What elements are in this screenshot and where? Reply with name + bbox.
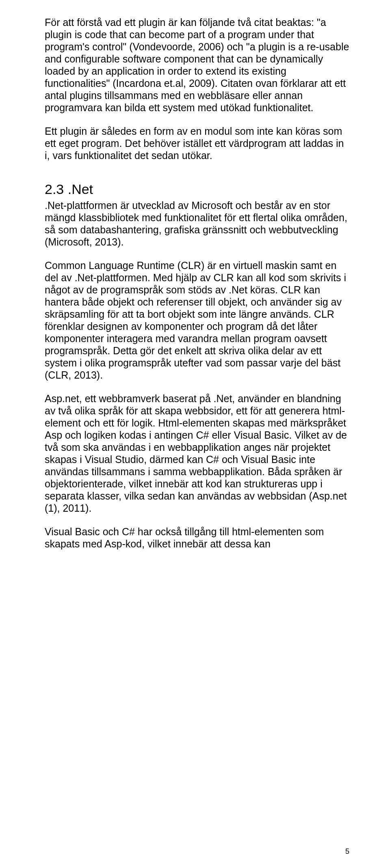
paragraph-3: .Net-plattformen är utvecklad av Microso… [45,199,351,248]
paragraph-5: Asp.net, ett webbramverk baserat på .Net… [45,392,351,514]
section-heading-2-3-net: 2.3 .Net [45,181,351,198]
page-number: 5 [345,847,349,856]
paragraph-4: Common Language Runtime (CLR) är en virt… [45,259,351,381]
paragraph-6: Visual Basic och C# har också tillgång t… [45,526,351,550]
paragraph-2: Ett plugin är således en form av en modu… [45,125,351,162]
document-page: För att förstå vad ett plugin är kan föl… [0,0,390,868]
paragraph-1: För att förstå vad ett plugin är kan föl… [45,16,351,114]
